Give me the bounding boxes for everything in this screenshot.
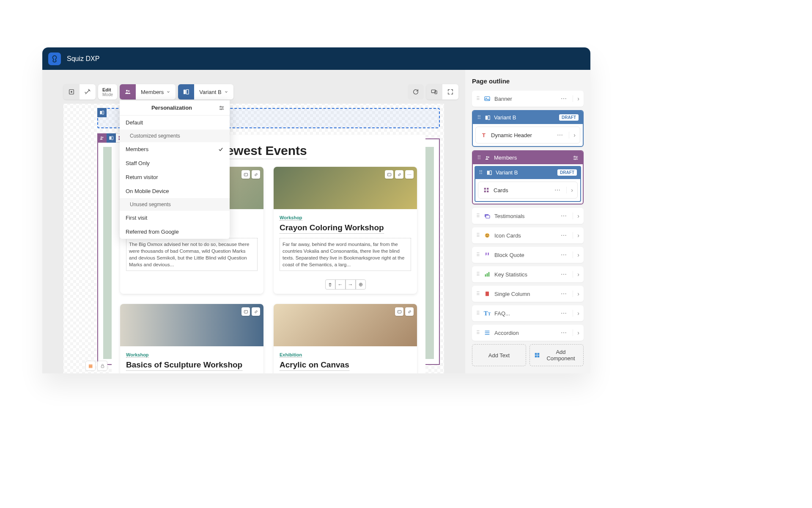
outline-item[interactable]: ⠿ Testimonials ⋯ › xyxy=(472,208,584,224)
card-title[interactable]: Crayon Coloring Workshop xyxy=(280,223,384,234)
outline-item[interactable]: ⠿ TT FAQ... ⋯ › xyxy=(472,305,584,321)
card-image[interactable] xyxy=(120,304,263,346)
card-image[interactable] xyxy=(274,304,417,346)
drag-handle-icon[interactable]: ⠿ xyxy=(476,310,480,316)
arrow-right-icon[interactable]: → xyxy=(346,279,356,290)
more-icon[interactable]: ⋯ xyxy=(558,213,569,219)
chevron-right-icon[interactable]: › xyxy=(573,271,579,278)
outline-item[interactable]: ⠿ Single Column ⋯ › xyxy=(472,286,584,302)
fullscreen-button[interactable] xyxy=(442,84,458,99)
variant-selector[interactable]: Variant B xyxy=(178,84,233,99)
chevron-right-icon[interactable]: › xyxy=(573,213,579,219)
dropdown-item[interactable]: Staff Only xyxy=(120,156,230,170)
svg-rect-44 xyxy=(487,190,488,192)
dropdown-item[interactable]: Members xyxy=(120,142,230,156)
outline-item[interactable]: ⠿ Accordion ⋯ › xyxy=(472,325,584,341)
more-icon[interactable]: ⋯ xyxy=(558,310,569,317)
more-icon[interactable]: ⋯ xyxy=(558,251,569,258)
dropdown-item[interactable]: First visit xyxy=(120,211,230,225)
chevron-right-icon[interactable]: › xyxy=(573,290,579,297)
outline-item[interactable]: ⠿ Icon Cards ⋯ › xyxy=(472,227,584,243)
event-card[interactable]: Workshop Basics of Sculpture Workshop Th… xyxy=(120,304,263,373)
drag-handle-icon[interactable]: ⠿ xyxy=(476,232,480,238)
drag-handle-icon[interactable]: ⠿ xyxy=(477,155,481,161)
card-description[interactable]: The Big Oxmox advised her not to do so, … xyxy=(126,238,258,271)
variant-dropdown[interactable]: Variant B xyxy=(194,84,233,99)
add-text-button[interactable]: Add Text xyxy=(472,344,526,366)
event-card[interactable]: ⋯ Workshop Crayon Coloring Workshop Far … xyxy=(274,167,417,294)
outline-item[interactable]: ⠿ Block Quote ⋯ › xyxy=(472,247,584,263)
event-card[interactable]: Exhibition Acrylic on Canvas Which roast… xyxy=(274,304,417,373)
svg-rect-25 xyxy=(244,310,247,313)
outline-dynamic-header[interactable]: T Dynamic Header ⋯ › xyxy=(475,127,580,144)
variant-icon[interactable] xyxy=(178,84,194,99)
card-tag[interactable]: Workshop xyxy=(126,352,149,358)
image-icon[interactable] xyxy=(241,307,250,316)
dropdown-subhead-customized: Customized segments xyxy=(120,130,230,142)
drag-handle-icon[interactable]: ⠿ xyxy=(476,271,480,277)
chevron-right-icon[interactable]: › xyxy=(573,95,579,102)
status-icon[interactable]: ▦ xyxy=(85,361,96,371)
drag-handle-icon[interactable]: ⠿ xyxy=(479,169,483,176)
section-title[interactable]: Newest Events xyxy=(217,144,307,159)
link-icon[interactable] xyxy=(405,307,414,316)
settings-icon[interactable] xyxy=(219,105,225,111)
add-icon[interactable]: ⊕ xyxy=(356,279,366,290)
mode-sublabel: Mode xyxy=(102,92,113,97)
chevron-right-icon[interactable]: › xyxy=(573,251,579,258)
more-icon[interactable]: ⋯ xyxy=(558,290,569,297)
dropdown-item[interactable]: Return visitor xyxy=(120,170,230,184)
lock-icon[interactable] xyxy=(97,361,107,371)
members-dropdown[interactable]: Members xyxy=(136,84,176,99)
image-icon[interactable] xyxy=(241,170,250,179)
magic-button[interactable] xyxy=(80,84,96,99)
add-component-button[interactable]: Add Component xyxy=(529,344,584,366)
card-description[interactable]: Far far away, behind the word mountains,… xyxy=(280,238,411,271)
refresh-button[interactable] xyxy=(408,84,424,99)
device-button[interactable] xyxy=(426,84,442,99)
delete-icon[interactable] xyxy=(325,279,335,290)
chevron-right-icon[interactable]: › xyxy=(573,310,579,317)
more-icon[interactable]: ⋯ xyxy=(558,271,569,278)
dropdown-item[interactable]: Referred from Google xyxy=(120,225,230,239)
outline-variant-head[interactable]: ⠿ Variant B DRAFT xyxy=(473,111,583,124)
members-icon[interactable] xyxy=(120,84,136,99)
chevron-right-icon[interactable]: › xyxy=(569,132,576,138)
link-icon[interactable] xyxy=(395,170,403,179)
more-icon[interactable]: ⋯ xyxy=(552,187,563,193)
settings-icon[interactable] xyxy=(573,155,579,161)
chevron-right-icon[interactable]: › xyxy=(573,329,579,336)
link-icon[interactable] xyxy=(252,307,260,316)
chevron-right-icon[interactable]: › xyxy=(573,232,579,239)
card-title[interactable]: Basics of Sculpture Workshop xyxy=(126,360,242,371)
more-icon[interactable]: ⋯ xyxy=(558,95,569,102)
drag-handle-icon[interactable]: ⠿ xyxy=(476,330,480,336)
drag-handle-icon[interactable]: ⠿ xyxy=(476,96,480,102)
outline-cards[interactable]: Cards ⋯ › xyxy=(478,182,578,199)
card-tag[interactable]: Exhibition xyxy=(280,352,302,358)
drag-handle-icon[interactable]: ⠿ xyxy=(476,213,480,219)
image-icon[interactable] xyxy=(395,307,403,316)
dropdown-default[interactable]: Default xyxy=(120,116,230,130)
outline-variant-head-2[interactable]: ⠿ Variant B DRAFT xyxy=(475,166,581,179)
more-icon[interactable]: ⋯ xyxy=(554,132,565,138)
outline-banner[interactable]: ⠿ Banner ⋯ › xyxy=(472,91,584,107)
card-title[interactable]: Acrylic on Canvas xyxy=(280,360,349,371)
arrow-left-icon[interactable]: ← xyxy=(335,279,346,290)
more-icon[interactable]: ⋯ xyxy=(558,232,569,239)
drag-handle-icon[interactable]: ⠿ xyxy=(476,252,480,258)
members-selector[interactable]: Members xyxy=(120,84,176,99)
outline-item[interactable]: ⠿ Key Statistics ⋯ › xyxy=(472,266,584,282)
card-image[interactable]: ⋯ xyxy=(274,167,417,209)
more-icon[interactable]: ⋯ xyxy=(558,329,569,336)
outline-members-head[interactable]: ⠿ Members xyxy=(473,151,583,164)
drag-handle-icon[interactable]: ⠿ xyxy=(477,114,481,121)
chevron-right-icon[interactable]: › xyxy=(566,187,573,193)
view-toggle-button[interactable] xyxy=(63,84,80,99)
link-icon[interactable] xyxy=(252,170,260,179)
more-icon[interactable]: ⋯ xyxy=(405,170,414,179)
drag-handle-icon[interactable]: ⠿ xyxy=(476,291,480,297)
dropdown-item[interactable]: On Mobile Device xyxy=(120,184,230,198)
image-icon[interactable] xyxy=(385,170,393,179)
card-tag[interactable]: Workshop xyxy=(280,215,302,221)
